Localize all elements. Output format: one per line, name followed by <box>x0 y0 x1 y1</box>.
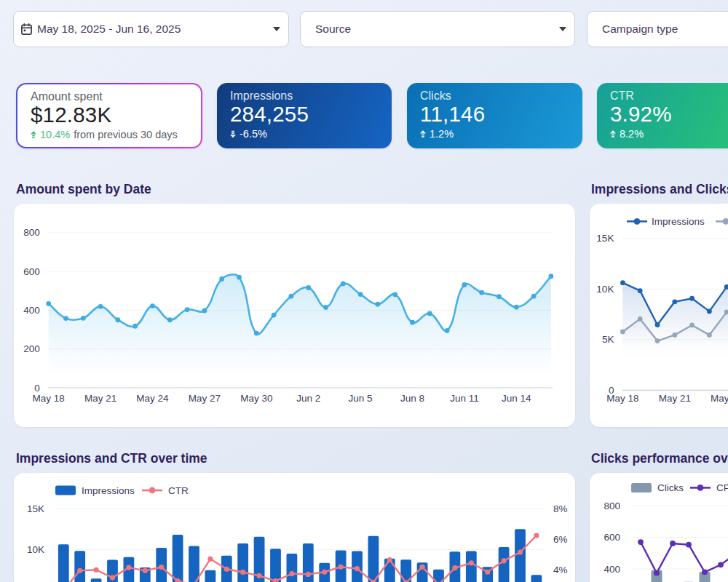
svg-text:15K: 15K <box>27 503 44 514</box>
svg-text:May 18: May 18 <box>33 393 65 404</box>
svg-text:CTR: CTR <box>168 485 189 496</box>
svg-text:4%: 4% <box>553 565 568 575</box>
svg-text:Jun 2: Jun 2 <box>296 393 320 404</box>
svg-text:Impressions: Impressions <box>652 216 705 227</box>
svg-text:May 27: May 27 <box>189 393 221 404</box>
svg-text:200: 200 <box>23 343 40 354</box>
svg-text:Jun 14: Jun 14 <box>502 393 531 404</box>
svg-text:Clicks: Clicks <box>657 482 684 493</box>
svg-text:CPC: CPC <box>716 482 728 493</box>
svg-text:May 21: May 21 <box>84 393 116 404</box>
svg-text:10K: 10K <box>27 544 44 555</box>
svg-text:May 21: May 21 <box>659 393 691 404</box>
svg-text:May 18: May 18 <box>606 393 638 404</box>
svg-text:5K: 5K <box>602 334 614 345</box>
svg-text:8%: 8% <box>553 503 568 514</box>
svg-text:600: 600 <box>23 266 40 277</box>
svg-text:400: 400 <box>604 564 620 575</box>
svg-text:15K: 15K <box>596 233 614 244</box>
svg-text:Impressions: Impressions <box>82 485 135 496</box>
svg-text:800: 800 <box>23 227 40 238</box>
svg-text:600: 600 <box>604 532 620 543</box>
svg-text:6%: 6% <box>553 534 568 545</box>
svg-text:400: 400 <box>23 305 40 316</box>
svg-text:May 24: May 24 <box>711 393 728 404</box>
svg-text:May 24: May 24 <box>136 393 169 404</box>
svg-text:10K: 10K <box>596 284 614 295</box>
svg-text:0: 0 <box>34 383 40 394</box>
svg-text:May 30: May 30 <box>240 393 272 404</box>
svg-text:800: 800 <box>604 501 620 511</box>
svg-text:Jun 11: Jun 11 <box>450 393 479 404</box>
svg-text:Jun 5: Jun 5 <box>349 393 373 404</box>
svg-text:Jun 8: Jun 8 <box>400 393 424 404</box>
